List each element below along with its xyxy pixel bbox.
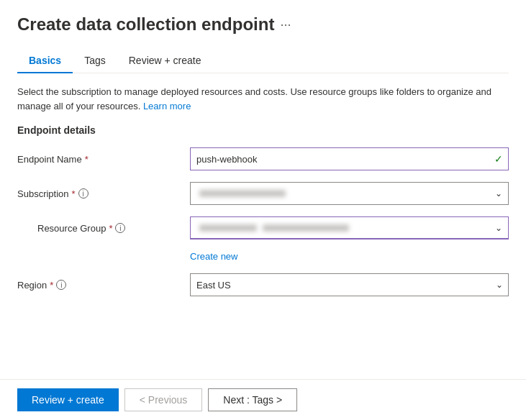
resource-group-info-icon[interactable]: i [115, 223, 125, 233]
endpoint-name-input[interactable] [190, 147, 509, 170]
subscription-redacted [199, 190, 286, 197]
tabs-container: Basics Tags Review + create [17, 49, 509, 73]
tab-tags[interactable]: Tags [73, 49, 117, 73]
resource-group-required: * [109, 223, 112, 234]
region-control: East US West US West Europe East Asia ⌄ [190, 273, 509, 296]
previous-button[interactable]: < Previous [124, 388, 203, 411]
bottom-bar: Review + create < Previous Next : Tags > [0, 379, 526, 420]
subscription-select[interactable]: ⌄ [190, 182, 509, 205]
subscription-control: ⌄ [190, 182, 509, 205]
tab-review-create[interactable]: Review + create [117, 49, 213, 73]
resource-group-label: Resource Group * i [37, 223, 190, 234]
endpoint-name-row: Endpoint Name * ✓ [17, 147, 509, 170]
main-content: Create data collection endpoint ··· Basi… [0, 0, 526, 379]
tab-basics[interactable]: Basics [17, 49, 73, 73]
subscription-row: Subscription * i ⌄ [17, 182, 509, 205]
endpoint-name-label: Endpoint Name * [17, 154, 190, 165]
resource-group-redacted-2 [263, 224, 349, 232]
resource-group-redacted [199, 224, 257, 232]
resource-group-row: Resource Group * i ⌄ [17, 216, 509, 239]
subscription-arrow-icon: ⌄ [495, 188, 502, 198]
region-info-icon[interactable]: i [56, 280, 66, 290]
endpoint-name-control: ✓ [190, 147, 509, 170]
page-container: Create data collection endpoint ··· Basi… [0, 0, 526, 420]
resource-group-arrow-icon: ⌄ [495, 223, 502, 233]
next-button[interactable]: Next : Tags > [208, 388, 297, 411]
endpoint-name-check-icon: ✓ [494, 153, 503, 165]
subscription-label: Subscription * i [17, 188, 190, 199]
page-header: Create data collection endpoint ··· [17, 14, 509, 35]
region-row: Region * i East US West US West Europe E… [17, 273, 509, 296]
region-label: Region * i [17, 280, 190, 291]
region-select[interactable]: East US West US West Europe East Asia [190, 273, 509, 296]
description-text: Select the subscription to manage deploy… [17, 85, 509, 113]
endpoint-name-required: * [85, 154, 89, 165]
resource-group-select[interactable]: ⌄ [190, 216, 509, 239]
page-title: Create data collection endpoint [17, 14, 274, 35]
subscription-required: * [72, 188, 76, 199]
region-select-wrapper: East US West US West Europe East Asia ⌄ [190, 273, 509, 296]
create-new-link[interactable]: Create new [190, 251, 509, 262]
resource-group-control: ⌄ [190, 216, 509, 239]
subscription-info-icon[interactable]: i [78, 188, 89, 198]
more-options-icon[interactable]: ··· [280, 17, 291, 32]
region-required: * [50, 280, 53, 291]
section-title: Endpoint details [17, 124, 509, 136]
review-create-button[interactable]: Review + create [17, 388, 119, 411]
learn-more-link[interactable]: Learn more [143, 101, 191, 111]
